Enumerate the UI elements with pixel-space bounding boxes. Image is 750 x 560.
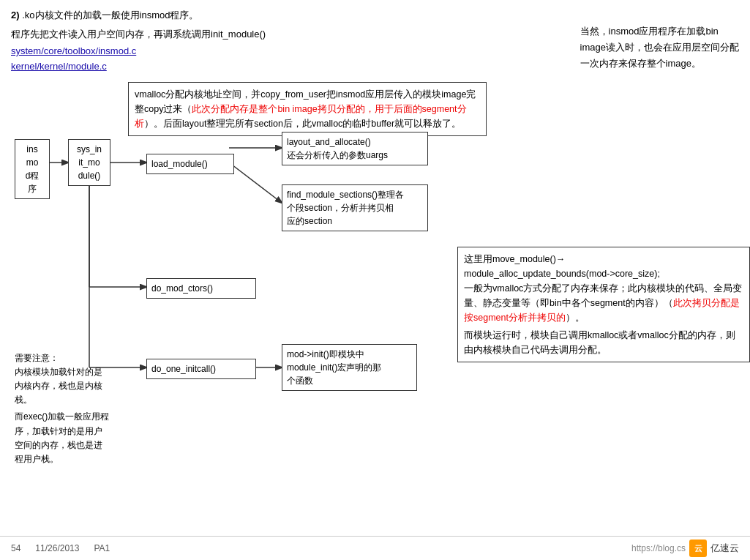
footer-label: PA1 [94,543,110,553]
desc-box-right: 这里用move_module()→ module_alloc_update_bo… [457,247,750,362]
subtitle: 程序先把文件读入用户空间内存，再调系统调用init_module() [11,26,266,42]
do-mod-text: do_mod_ctors() [151,283,213,294]
top-left: 2) .ko内核文件的加载一般使用insmod程序。 程序先把文件读入用户空间内… [11,7,266,75]
desc-right-text1: 这里用move_module()→ [464,252,743,266]
note-line5: 而exec()加载一般应用程 [15,410,143,424]
title-line: 2) .ko内核文件的加载一般使用insmod程序。 [11,7,266,23]
note-line3: 内核内存，栈也是内核 [15,379,143,393]
note-line6: 序，加载针对的是用户 [15,425,143,438]
top-right-text: 当然，insmod应用程序在加载bin image读入时，也会在应用层空间分配 … [580,7,739,75]
mod-init-line3: 个函数 [287,374,412,387]
footer-url: https://blog.cs [631,543,686,553]
top-section: 2) .ko内核文件的加载一般使用insmod程序。 程序先把文件读入用户空间内… [11,7,739,75]
desc-right-text2: module_alloc_update_bounds(mod->core_siz… [464,266,743,281]
note-line1: 需要注意： [15,351,143,365]
title-text: .ko内核文件的加载一般使用insmod程序。 [22,10,198,20]
page-content: 2) .ko内核文件的加载一般使用insmod程序。 程序先把文件读入用户空间内… [0,0,750,514]
footer-logo-text: 亿速云 [710,542,739,555]
box-sys-init: sys_in it_mo dule() [68,139,110,186]
find-line1: find_module_sections()整理各 [287,188,423,201]
box-layout: layout_and_allocate() 还会分析传入的参数uargs [282,132,428,165]
insmod-line1: ins [20,143,45,156]
sys-init-line1: sys_in [73,143,105,156]
footer: 54 11/26/2013 PA1 https://blog.cs 云 亿速云 [0,536,750,560]
box-insmod: ins mo d程 序 [15,139,50,199]
sys-init-line2: it_mo [73,156,105,169]
desc-box-top: vmalloc分配内核地址空间，并copy_from_user把insmod应用… [128,82,487,136]
box-mod-init: mod->init()即模块中 module_init()宏声明的那 个函数 [282,344,417,391]
layout-line2: 还会分析传入的参数uargs [287,149,423,162]
box-find-module: find_module_sections()整理各 个段section，分析并拷… [282,184,428,231]
note-line7: 空间的内存，栈也是进 [15,438,143,452]
mod-init-line1: mod->init()即模块中 [287,348,412,361]
box-do-one: do_one_initcall() [146,359,256,379]
footer-logo: https://blog.cs 云 亿速云 [631,540,739,557]
find-line2: 个段section，分析并拷贝相 [287,201,423,214]
desc-right-text4: 而模块运行时，模块自己调用kmalloc或者vmalloc分配的内存，则由内核模… [464,328,743,357]
load-module-text: load_module() [151,159,208,169]
diagram-area: vmalloc分配内核地址空间，并copy_from_user把insmod应用… [11,82,739,507]
link1[interactable]: system/core/toolbox/insmod.c [11,45,266,56]
title-num: 2) [11,10,20,20]
box-load-module: load_module() [146,154,234,174]
footer-left: 54 11/26/2013 PA1 [11,543,110,553]
find-line3: 应的section [287,214,423,228]
yisu-logo-icon: 云 [689,540,707,557]
note-line8: 程用户栈。 [15,452,143,466]
footer-date: 11/26/2013 [35,543,79,553]
do-one-text: do_one_initcall() [151,364,216,374]
right-text: 当然，insmod应用程序在加载bin image读入时，也会在应用层空间分配 … [580,26,739,69]
mod-init-line2: module_init()宏声明的那 [287,361,412,374]
desc-right-text3: 一般为vmalloc方式分配了内存来保存；此内核模块的代码、全局变量、静态变量等… [464,281,743,325]
box-do-mod: do_mod_ctors() [146,278,256,299]
desc-top-normal2: ）。后面layout整理完所有section后，此vmalloc的临时buffe… [144,119,461,129]
link2[interactable]: kernel/kernel/module.c [11,61,266,72]
note-line4: 栈。 [15,393,143,407]
note-line2: 内核模块加载针对的是 [15,365,143,379]
sys-init-line3: dule() [73,169,105,182]
svg-line-3 [229,163,282,203]
insmod-line4: 序 [20,182,45,195]
insmod-line3: d程 [20,169,45,182]
desc-right-normal4: ）。 [566,313,585,323]
footer-page: 54 [11,543,20,553]
insmod-line2: mo [20,156,45,169]
note-left: 需要注意： 内核模块加载针对的是 内核内存，栈也是内核 栈。 而exec()加载… [15,351,143,467]
layout-line1: layout_and_allocate() [287,135,423,149]
